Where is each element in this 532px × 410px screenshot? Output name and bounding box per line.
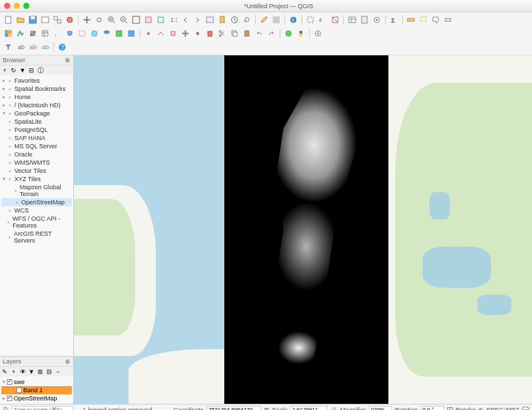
map-canvas[interactable]	[74, 55, 532, 404]
layers-panel-close-icon[interactable]: ⊗	[65, 358, 70, 365]
add-pg-button[interactable]	[101, 28, 112, 39]
browser-item-sap-hana[interactable]: ▫SAP HANA	[1, 134, 72, 142]
layer-visibility-checkbox[interactable]	[7, 379, 12, 385]
zoom-layer-button[interactable]	[155, 14, 166, 25]
options-button[interactable]	[312, 28, 323, 39]
digitize-polygon-button[interactable]	[168, 28, 178, 39]
browser-item-mapzen-global-terrain[interactable]: ▫Mapzen Global Terrain	[1, 183, 72, 198]
undo-button[interactable]	[254, 28, 265, 39]
field-calculator-button[interactable]	[359, 14, 370, 25]
expand-icon[interactable]: ▸	[3, 78, 5, 83]
identify-button[interactable]: i	[288, 14, 299, 25]
no-action-label-button[interactable]	[442, 14, 453, 25]
browser-item-home[interactable]: ▸▫Home	[1, 93, 72, 101]
expand-icon[interactable]: ▸	[3, 396, 5, 401]
annotation-button[interactable]	[430, 14, 441, 25]
new-print-layout-button[interactable]	[40, 14, 51, 25]
browser-item-ms-sql-server[interactable]: ▫MS SQL Server	[1, 142, 72, 150]
measure-button[interactable]	[405, 14, 416, 25]
delete-selected-button[interactable]	[204, 28, 215, 39]
zoom-window-button[interactable]	[23, 3, 29, 9]
toolbox-button[interactable]	[371, 14, 382, 25]
expand-icon[interactable]: ▸	[3, 86, 5, 92]
cut-button[interactable]	[217, 28, 228, 39]
layer-remove-icon[interactable]: −	[54, 368, 62, 376]
layer-add-group-icon[interactable]: +	[10, 368, 18, 376]
expand-icon[interactable]: ▾	[3, 176, 5, 182]
browser-item-spatialite[interactable]: ▫SpatiaLite	[1, 118, 72, 126]
plugin-button[interactable]	[283, 28, 294, 39]
add-wms-button[interactable]	[89, 28, 100, 39]
pan-button[interactable]	[81, 14, 92, 25]
open-project-button[interactable]	[15, 14, 26, 25]
browser-item-postgresql[interactable]: ▫PostgreSQL	[1, 126, 72, 134]
refresh-button[interactable]	[241, 14, 252, 25]
layer-collapse-icon[interactable]: ⊟	[45, 368, 53, 376]
layer-item-openstreetmap[interactable]: ▸OpenStreetMap	[1, 394, 72, 402]
new-bookmark-button[interactable]	[217, 14, 228, 25]
add-mesh-button[interactable]	[40, 28, 51, 39]
save-project-button[interactable]	[27, 14, 38, 25]
browser-item-vector-tiles[interactable]: ▫Vector Tiles	[1, 167, 72, 175]
new-shapefile-button[interactable]	[114, 28, 124, 39]
scale-lock-icon[interactable]: 🔒	[330, 407, 337, 411]
properties-icon[interactable]: ⓘ	[36, 66, 44, 74]
attribute-table-button[interactable]	[347, 14, 358, 25]
zoom-native-button[interactable]: 1:1	[168, 14, 178, 25]
add-delimited-button[interactable]: ,	[52, 28, 63, 39]
deselect-button[interactable]	[330, 14, 341, 25]
move-feature-button[interactable]	[180, 28, 191, 39]
digitize-point-button[interactable]	[143, 28, 154, 39]
layer-style-icon[interactable]: ✎	[1, 368, 9, 376]
layer-visibility-icon[interactable]: 👁	[18, 368, 27, 376]
filter-button[interactable]	[3, 42, 14, 53]
python-button[interactable]	[295, 28, 306, 39]
rotation-input[interactable]	[421, 406, 444, 411]
browser-item-geopackage[interactable]: ▾▫GeoPackage	[1, 109, 72, 118]
add-vector-button[interactable]	[15, 28, 26, 39]
copy-button[interactable]	[229, 28, 240, 39]
layer-item-swe[interactable]: ▾swe	[1, 378, 72, 386]
label-button[interactable]: abc	[15, 42, 26, 53]
help-button[interactable]: ?	[57, 42, 68, 53]
data-source-manager-button[interactable]	[3, 28, 14, 39]
layer-visibility-checkbox[interactable]	[16, 387, 22, 393]
browser-item-oracle[interactable]: ▫Oracle	[1, 150, 72, 159]
browser-item-arcgis-rest-servers[interactable]: ▫ArcGIS REST Servers	[1, 230, 72, 245]
browser-item-wfs-ogc-api-features[interactable]: ▫WFS / OGC API - Features	[1, 215, 72, 230]
layer-item-band-1[interactable]: Band 1	[1, 386, 72, 394]
browser-item-xyz-tiles[interactable]: ▾▫XYZ Tiles	[1, 175, 72, 183]
style-manager-button[interactable]	[64, 14, 75, 25]
coordinate-input[interactable]	[207, 406, 261, 411]
label-style-button[interactable]: abc	[27, 42, 38, 53]
locator-input[interactable]	[12, 406, 73, 411]
redo-button[interactable]	[266, 28, 277, 39]
zoom-selection-button[interactable]	[143, 14, 154, 25]
minimize-window-button[interactable]	[14, 3, 20, 9]
close-window-button[interactable]	[4, 3, 10, 9]
add-raster-button[interactable]	[27, 28, 38, 39]
paste-button[interactable]	[241, 28, 252, 39]
expand-icon[interactable]: ▾	[3, 111, 5, 116]
statistics-button[interactable]: Σ	[388, 14, 399, 25]
zoom-last-button[interactable]	[180, 14, 191, 25]
browser-tree[interactable]: ▸▫Favorites▸▫Spatial Bookmarks▸▫Home▸▫/ …	[0, 75, 73, 356]
collapse-all-icon[interactable]: ⊟	[27, 66, 36, 74]
browser-item-favorites[interactable]: ▸▫Favorites	[1, 77, 72, 85]
save-edits-button[interactable]	[271, 14, 282, 25]
browser-item-wms-wmts[interactable]: ▫WMS/WMTS	[1, 159, 72, 167]
select-by-value-button[interactable]: ε	[317, 14, 328, 25]
add-virtual-button[interactable]	[77, 28, 88, 39]
new-geopackage-button[interactable]	[126, 28, 137, 39]
new-map-view-button[interactable]	[204, 14, 215, 25]
map-tips-button[interactable]	[418, 14, 429, 25]
browser-item-spatial-bookmarks[interactable]: ▸▫Spatial Bookmarks	[1, 85, 72, 93]
zoom-next-button[interactable]	[192, 14, 203, 25]
layout-manager-button[interactable]	[52, 14, 63, 25]
expand-icon[interactable]: ▸	[3, 94, 5, 100]
browser-item-openstreetmap[interactable]: ▫OpenStreetMap	[1, 198, 72, 206]
expand-icon[interactable]: ▾	[3, 379, 5, 385]
pan-to-selection-button[interactable]	[94, 14, 105, 25]
layer-visibility-checkbox[interactable]	[7, 396, 12, 401]
crs-label[interactable]: EPSG:3857	[486, 407, 519, 411]
